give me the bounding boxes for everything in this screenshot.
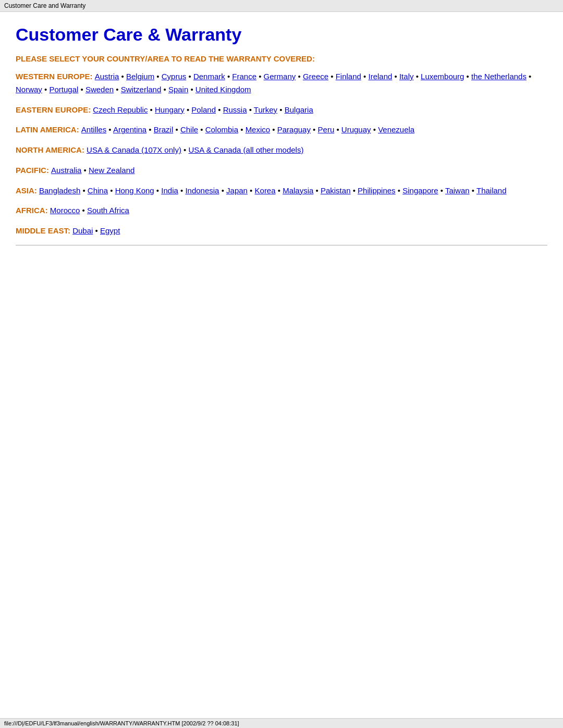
country-link-thailand[interactable]: Thailand (476, 186, 507, 195)
region-label-western-europe: WESTERN EUROPE: (16, 72, 95, 81)
country-link-italy[interactable]: Italy (399, 72, 414, 81)
main-content: Customer Care & Warranty PLEASE SELECT Y… (0, 12, 563, 287)
country-link-usa-&-canada-107x-only[interactable]: USA & Canada (107X only) (87, 145, 181, 154)
regions-container: WESTERN EUROPE: Austria • Belgium • Cypr… (16, 70, 547, 238)
country-link-dubai[interactable]: Dubai (72, 226, 93, 235)
country-link-korea[interactable]: Korea (255, 186, 276, 195)
region-pacific: PACIFIC: Australia • New Zealand (16, 164, 547, 177)
country-link-hong-kong[interactable]: Hong Kong (115, 186, 154, 195)
country-link-russia[interactable]: Russia (223, 105, 247, 114)
country-link-poland[interactable]: Poland (191, 105, 216, 114)
country-link-morocco[interactable]: Morocco (50, 206, 80, 215)
country-link-bulgaria[interactable]: Bulgaria (285, 105, 313, 114)
country-link-denmark[interactable]: Denmark (193, 72, 225, 81)
region-label-asia: ASIA: (16, 186, 39, 195)
country-link-mexico[interactable]: Mexico (246, 125, 271, 134)
country-link-finland[interactable]: Finland (336, 72, 361, 81)
country-link-bangladesh[interactable]: Bangladesh (39, 186, 80, 195)
country-link-belgium[interactable]: Belgium (126, 72, 154, 81)
country-link-singapore[interactable]: Singapore (402, 186, 438, 195)
region-latin-america: LATIN AMERICA: Antilles • Argentina • Br… (16, 124, 547, 137)
country-link-austria[interactable]: Austria (95, 72, 119, 81)
region-middle-east: MIDDLE EAST: Dubai • Egypt (16, 225, 547, 238)
separator (16, 245, 547, 245)
country-link-paraguay[interactable]: Paraguay (277, 125, 311, 134)
region-africa: AFRICA: Morocco • South Africa (16, 204, 547, 217)
country-link-luxembourg[interactable]: Luxembourg (421, 72, 464, 81)
country-link-spain[interactable]: Spain (168, 85, 188, 94)
country-link-hungary[interactable]: Hungary (155, 105, 185, 114)
country-link-france[interactable]: France (232, 72, 256, 81)
country-link-greece[interactable]: Greece (303, 72, 328, 81)
country-link-pakistan[interactable]: Pakistan (321, 186, 351, 195)
country-link-china[interactable]: China (88, 186, 108, 195)
country-link-cyprus[interactable]: Cyprus (162, 72, 187, 81)
country-link-argentina[interactable]: Argentina (113, 125, 146, 134)
country-link-switzerland[interactable]: Switzerland (121, 85, 162, 94)
instruction-text: PLEASE SELECT YOUR COUNTRY/AREA TO READ … (16, 54, 547, 63)
country-link-indonesia[interactable]: Indonesia (185, 186, 219, 195)
country-link-peru[interactable]: Peru (318, 125, 335, 134)
page-heading: Customer Care & Warranty (16, 24, 547, 45)
region-label-north-america: NORTH AMERICA: (16, 145, 87, 154)
region-asia: ASIA: Bangladesh • China • Hong Kong • I… (16, 184, 547, 198)
status-text: file:///D|/EDFU/LF3/lf3manual/english/WA… (4, 720, 239, 726)
region-label-africa: AFRICA: (16, 206, 50, 215)
region-western-europe: WESTERN EUROPE: Austria • Belgium • Cypr… (16, 70, 547, 96)
country-link-chile[interactable]: Chile (180, 125, 198, 134)
country-link-india[interactable]: India (161, 186, 178, 195)
tab-bar: Customer Care and Warranty (0, 0, 563, 12)
country-link-the-netherlands[interactable]: the Netherlands (471, 72, 527, 81)
country-link-portugal[interactable]: Portugal (49, 85, 78, 94)
region-north-america: NORTH AMERICA: USA & Canada (107X only) … (16, 144, 547, 157)
country-link-ireland[interactable]: Ireland (368, 72, 392, 81)
country-link-colombia[interactable]: Colombia (205, 125, 238, 134)
country-link-usa-&-canada-all-other-models[interactable]: USA & Canada (all other models) (188, 145, 303, 154)
country-link-new-zealand[interactable]: New Zealand (89, 166, 134, 175)
region-label-pacific: PACIFIC: (16, 166, 51, 175)
country-link-antilles[interactable]: Antilles (81, 125, 106, 134)
country-link-uruguay[interactable]: Uruguay (341, 125, 371, 134)
country-link-philippines[interactable]: Philippines (358, 186, 396, 195)
country-link-sweden[interactable]: Sweden (85, 85, 114, 94)
country-link-egypt[interactable]: Egypt (100, 226, 120, 235)
country-link-germany[interactable]: Germany (264, 72, 296, 81)
country-link-turkey[interactable]: Turkey (254, 105, 277, 114)
country-link-norway[interactable]: Norway (16, 85, 42, 94)
region-label-eastern-europe: EASTERN EUROPE: (16, 105, 93, 114)
country-link-japan[interactable]: Japan (226, 186, 248, 195)
tab-title: Customer Care and Warranty (4, 2, 85, 9)
country-link-united-kingdom[interactable]: United Kingdom (195, 85, 251, 94)
country-link-south-africa[interactable]: South Africa (87, 206, 129, 215)
region-label-latin-america: LATIN AMERICA: (16, 125, 81, 134)
country-link-brazil[interactable]: Brazil (154, 125, 174, 134)
country-link-venezuela[interactable]: Venezuela (378, 125, 414, 134)
country-link-czech-republic[interactable]: Czech Republic (93, 105, 148, 114)
region-eastern-europe: EASTERN EUROPE: Czech Republic • Hungary… (16, 104, 547, 117)
country-link-malaysia[interactable]: Malaysia (283, 186, 313, 195)
status-bar: file:///D|/EDFU/LF3/lf3manual/english/WA… (0, 718, 563, 728)
country-link-taiwan[interactable]: Taiwan (445, 186, 470, 195)
region-label-middle-east: MIDDLE EAST: (16, 226, 72, 235)
country-link-australia[interactable]: Australia (51, 166, 81, 175)
